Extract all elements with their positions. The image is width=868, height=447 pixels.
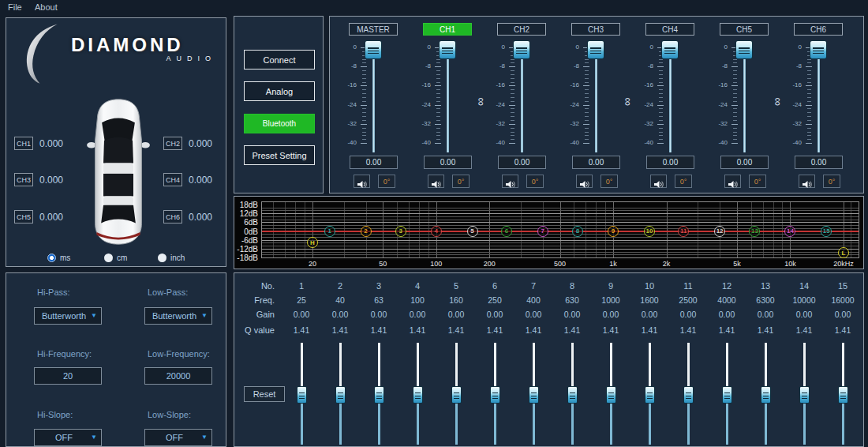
band-slider-track-upper[interactable]: [842, 343, 844, 388]
band-slider-track-lower[interactable]: [455, 403, 458, 445]
fader-handle[interactable]: [587, 40, 604, 59]
band-slider-track-upper[interactable]: [301, 343, 303, 388]
bluetooth-button[interactable]: Bluetooth: [244, 114, 315, 133]
band-slider-handle[interactable]: [529, 386, 539, 404]
band-slider-handle[interactable]: [722, 386, 732, 404]
band-slider-track-lower[interactable]: [842, 403, 844, 445]
mute-button[interactable]: [576, 175, 593, 188]
gain-value-box[interactable]: 0.00: [795, 156, 843, 169]
unit-option-cm[interactable]: cm: [104, 253, 150, 264]
band-slider-handle[interactable]: [297, 386, 307, 404]
fader-handle[interactable]: [513, 40, 530, 59]
phase-button[interactable]: 0°: [823, 175, 840, 188]
channel-tab-master[interactable]: MASTER: [349, 23, 398, 36]
band-slider-handle[interactable]: [683, 386, 694, 404]
eq-band-marker[interactable]: 7: [537, 226, 548, 237]
connect-button[interactable]: Connect: [244, 50, 315, 69]
menu-item-about[interactable]: About: [35, 2, 58, 12]
band-slider-track-upper[interactable]: [649, 343, 651, 388]
fader-handle[interactable]: [439, 40, 456, 59]
phase-button[interactable]: 0°: [378, 175, 395, 188]
band-slider-track-upper[interactable]: [726, 343, 728, 388]
channel-tab-ch2[interactable]: CH2: [497, 23, 546, 36]
mute-button[interactable]: [650, 175, 667, 188]
band-slider-track-upper[interactable]: [533, 343, 535, 388]
band-slider-track-lower[interactable]: [803, 403, 806, 445]
eq-band-marker[interactable]: 9: [608, 226, 619, 237]
mute-button[interactable]: [354, 175, 370, 188]
fader-track[interactable]: [372, 48, 375, 152]
band-slider-track-upper[interactable]: [610, 343, 612, 388]
reset-button[interactable]: Reset: [244, 386, 285, 402]
unit-option-ms[interactable]: ms: [47, 253, 93, 264]
low-slope-select[interactable]: OFF▼: [144, 429, 212, 446]
band-slider-track-lower[interactable]: [494, 403, 496, 445]
eq-band-marker[interactable]: 14: [784, 226, 795, 237]
band-slider-track-upper[interactable]: [455, 343, 458, 388]
gain-value-box[interactable]: 0.00: [424, 156, 472, 169]
gain-value-box[interactable]: 0.00: [350, 156, 398, 169]
fader-track[interactable]: [595, 48, 597, 152]
delay-value[interactable]: 0.000: [39, 212, 79, 223]
gain-value-box[interactable]: 0.00: [572, 156, 620, 169]
eq-band-marker[interactable]: 5: [467, 226, 478, 237]
hi-frequency-input[interactable]: 20: [34, 367, 102, 385]
channel-tab-ch4[interactable]: CH4: [645, 23, 694, 36]
band-slider-handle[interactable]: [335, 386, 346, 404]
analog-button[interactable]: Analog: [244, 81, 315, 101]
phase-button[interactable]: 0°: [452, 175, 470, 188]
band-slider-track-upper[interactable]: [687, 343, 690, 388]
unit-option-inch[interactable]: inch: [158, 253, 204, 264]
menu-item-file[interactable]: File: [8, 2, 22, 12]
channel-link-icon[interactable]: ∞: [773, 96, 784, 108]
band-slider-track-lower[interactable]: [378, 403, 380, 445]
phase-button[interactable]: 0°: [749, 175, 766, 188]
eq-band-marker[interactable]: 6: [501, 226, 512, 237]
delay-value[interactable]: 0.000: [189, 212, 228, 223]
fader-track[interactable]: [743, 48, 746, 152]
fader-handle[interactable]: [810, 40, 827, 59]
phase-button[interactable]: 0°: [526, 175, 544, 188]
eq-band-marker[interactable]: 10: [644, 226, 655, 237]
band-slider-track-upper[interactable]: [339, 343, 342, 388]
band-slider-handle[interactable]: [567, 386, 578, 404]
fader-track[interactable]: [521, 48, 523, 152]
gain-value-box[interactable]: 0.00: [646, 156, 694, 169]
mute-button[interactable]: [724, 175, 741, 188]
band-slider-handle[interactable]: [761, 386, 771, 404]
delay-value[interactable]: 0.000: [39, 175, 79, 186]
mute-button[interactable]: [428, 175, 444, 188]
channel-tab-ch1[interactable]: CH1: [423, 23, 472, 36]
band-slider-track-upper[interactable]: [765, 343, 767, 388]
channel-tab-ch5[interactable]: CH5: [720, 23, 769, 36]
band-slider-track-lower[interactable]: [301, 403, 303, 445]
band-slider-track-upper[interactable]: [571, 343, 574, 388]
mute-button[interactable]: [502, 175, 518, 188]
hi-slope-select[interactable]: OFF▼: [34, 429, 102, 446]
band-slider-track-lower[interactable]: [726, 403, 728, 445]
band-slider-track-upper[interactable]: [803, 343, 806, 388]
band-slider-track-upper[interactable]: [378, 343, 380, 388]
fader-handle[interactable]: [365, 40, 382, 59]
band-slider-handle[interactable]: [799, 386, 810, 404]
band-slider-track-lower[interactable]: [610, 403, 612, 445]
band-slider-handle[interactable]: [645, 386, 655, 404]
preset-setting-button[interactable]: Preset Setting: [244, 145, 315, 165]
band-slider-handle[interactable]: [451, 386, 462, 404]
band-slider-track-lower[interactable]: [339, 403, 342, 445]
eq-band-marker[interactable]: 13: [749, 226, 760, 237]
delay-value[interactable]: 0.000: [39, 138, 79, 149]
band-slider-handle[interactable]: [413, 386, 423, 404]
band-slider-track-lower[interactable]: [571, 403, 574, 445]
channel-tab-ch3[interactable]: CH3: [571, 23, 620, 36]
channel-tab-ch6[interactable]: CH6: [794, 23, 843, 36]
band-slider-track-upper[interactable]: [494, 343, 496, 388]
gain-value-box[interactable]: 0.00: [498, 156, 546, 169]
channel-link-icon[interactable]: ∞: [476, 96, 488, 108]
eq-band-marker[interactable]: 15: [821, 226, 832, 237]
fader-handle[interactable]: [735, 40, 753, 59]
eq-band-marker[interactable]: 1: [324, 226, 335, 237]
fader-handle[interactable]: [661, 40, 679, 59]
phase-button[interactable]: 0°: [675, 175, 692, 188]
eq-band-marker[interactable]: 11: [678, 226, 689, 237]
